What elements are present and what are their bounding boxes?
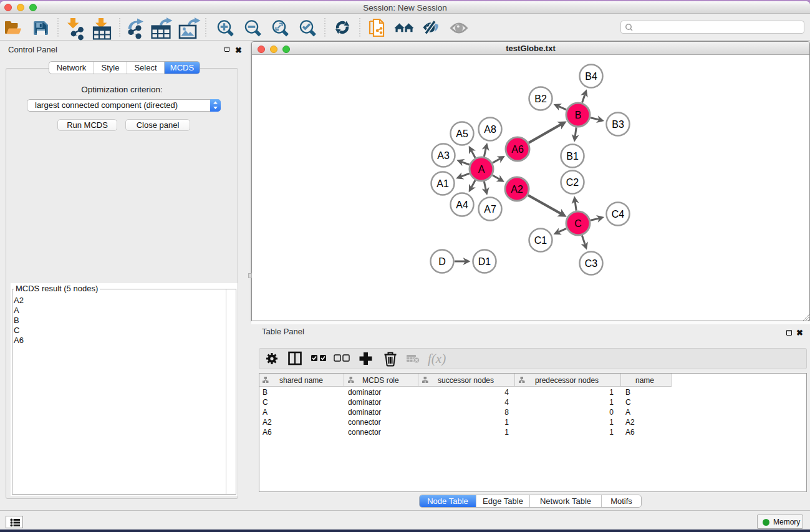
svg-text:C2: C2 <box>566 177 579 188</box>
svg-text:A3: A3 <box>437 150 450 161</box>
svg-text:D1: D1 <box>478 256 491 267</box>
svg-text:4: 4 <box>504 398 509 407</box>
svg-text:C: C <box>574 218 582 229</box>
svg-text:1: 1 <box>609 398 614 407</box>
svg-text:B3: B3 <box>612 119 624 130</box>
svg-text:C: C <box>625 398 631 407</box>
svg-text:A6: A6 <box>263 428 272 437</box>
svg-text:A2: A2 <box>263 418 272 427</box>
svg-text:A1: A1 <box>436 178 449 189</box>
svg-text:4: 4 <box>504 388 509 397</box>
svg-text:B1: B1 <box>566 151 579 162</box>
svg-text:f(x): f(x) <box>428 351 446 366</box>
svg-text:C: C <box>263 398 268 407</box>
svg-text:A: A <box>625 408 630 417</box>
svg-text:B: B <box>263 388 268 397</box>
svg-text:dominator: dominator <box>348 388 381 397</box>
svg-text:1: 1 <box>504 418 509 427</box>
svg-text:0: 0 <box>609 408 614 417</box>
svg-text:A6: A6 <box>511 144 524 155</box>
svg-text:A4: A4 <box>456 200 468 210</box>
svg-text:A7: A7 <box>484 204 496 215</box>
svg-text:name: name <box>635 376 654 385</box>
svg-text:successor nodes: successor nodes <box>438 376 494 385</box>
svg-text:B2: B2 <box>534 94 547 104</box>
svg-text:A2: A2 <box>511 184 523 195</box>
svg-text:C3: C3 <box>585 258 598 269</box>
svg-text:C1: C1 <box>534 235 547 246</box>
svg-text:connector: connector <box>348 418 381 427</box>
svg-text:1: 1 <box>609 388 614 397</box>
svg-text:A: A <box>263 408 268 417</box>
svg-text:connector: connector <box>348 428 381 437</box>
svg-text:1: 1 <box>504 428 509 437</box>
svg-text:shared name: shared name <box>279 376 323 385</box>
svg-text:dominator: dominator <box>348 408 381 417</box>
svg-text:B4: B4 <box>585 71 597 82</box>
svg-text:B: B <box>575 110 582 120</box>
svg-text:A8: A8 <box>484 124 496 135</box>
svg-text:A6: A6 <box>625 428 635 437</box>
svg-text:A5: A5 <box>456 128 468 139</box>
svg-text:predecessor nodes: predecessor nodes <box>535 376 599 385</box>
svg-text:1: 1 <box>609 418 614 427</box>
svg-text:D: D <box>438 256 446 267</box>
svg-text:8: 8 <box>504 408 509 417</box>
svg-text:A: A <box>478 164 485 175</box>
svg-text:A2: A2 <box>625 418 635 427</box>
svg-text:dominator: dominator <box>348 398 381 407</box>
svg-text:C4: C4 <box>612 209 625 220</box>
svg-text:MCDS role: MCDS role <box>362 376 399 385</box>
svg-text:B: B <box>625 388 630 397</box>
svg-text:1: 1 <box>609 428 614 437</box>
